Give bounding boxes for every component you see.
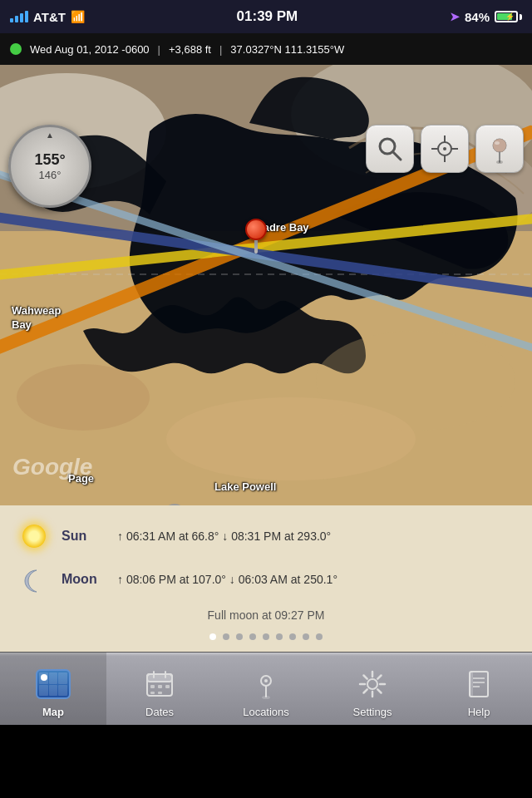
dates-tab-icon	[141, 666, 178, 702]
sun-set-time: 08:31 PM	[231, 530, 281, 543]
compass-magnetic: 146°	[34, 169, 65, 181]
sun-row: Sun ↑ 06:31 AM at 66.8° ↓ 08:31 PM at 29…	[17, 519, 515, 554]
pin-tail	[254, 240, 258, 254]
svg-point-5	[17, 364, 150, 431]
dot-0	[209, 633, 216, 640]
gps-dot	[10, 43, 22, 55]
pin-icon	[485, 134, 515, 164]
sun-rise-arrow: ↑	[117, 530, 123, 543]
compass-north-label: ▲	[46, 131, 54, 140]
svg-rect-28	[150, 692, 155, 694]
map-tab-dot	[41, 674, 47, 681]
separator-2: |	[219, 43, 222, 56]
tab-map[interactable]: Map	[0, 653, 106, 725]
battery-body: ⚡	[495, 11, 518, 22]
map-tab-graphic	[36, 669, 71, 699]
location-arrow-icon: ➤	[450, 10, 460, 23]
status-time: 01:39 PM	[237, 8, 298, 25]
svg-line-10	[393, 152, 401, 160]
crosshair-button[interactable]	[421, 125, 469, 173]
map-cell-5	[49, 685, 58, 697]
locations-tab-icon	[248, 666, 284, 702]
calendar-icon	[144, 668, 175, 700]
svg-point-32	[262, 696, 270, 699]
svg-point-18	[493, 139, 506, 152]
help-tab-label: Help	[468, 706, 490, 718]
tab-bar: Map Dates	[0, 652, 532, 725]
sun-set-arrow: ↓	[222, 530, 228, 543]
search-button[interactable]	[366, 125, 414, 173]
battery-tip	[520, 14, 522, 20]
tab-settings[interactable]: Settings	[319, 653, 426, 725]
google-watermark: Google	[12, 454, 92, 480]
tab-dates[interactable]: Dates	[106, 653, 213, 725]
elevation-label: +3,688 ft	[169, 43, 211, 56]
map-tab-icon	[35, 666, 71, 702]
dates-tab-label: Dates	[145, 706, 174, 718]
tab-help[interactable]: Help	[426, 653, 532, 725]
location-pin[interactable]	[245, 219, 267, 254]
dot-5	[276, 633, 283, 640]
separator-1: |	[158, 43, 160, 56]
svg-line-40	[377, 676, 381, 679]
book-icon	[463, 668, 495, 700]
compass-degrees: 155°	[34, 151, 65, 169]
signal-bar-2	[15, 16, 18, 22]
compass: ▲ 155° 146°	[8, 125, 91, 208]
signal-bar-1	[10, 18, 13, 22]
svg-rect-27	[165, 685, 170, 688]
full-moon-row: Full moon at 09:27 PM	[17, 605, 515, 628]
svg-rect-26	[158, 685, 162, 688]
map-tab-label: Map	[42, 706, 64, 718]
gear-icon	[357, 668, 388, 700]
dot-4	[263, 633, 269, 640]
moon-rise-arrow: ↑	[117, 573, 123, 586]
coordinates-label: 37.0327°N 111.3155°W	[230, 43, 344, 56]
carrier-label: AT&T	[33, 10, 66, 24]
date-label: Wed Aug 01, 2012 -0600	[30, 43, 150, 56]
tab-locations[interactable]: Locations	[213, 653, 319, 725]
compass-circle: ▲ 155° 146°	[8, 125, 91, 208]
svg-line-41	[364, 689, 367, 692]
map-cell-6	[58, 685, 67, 697]
svg-point-12	[443, 147, 446, 150]
sun-rise-time: 06:31 AM	[126, 530, 175, 543]
map-area[interactable]: Padre Bay WahweapBay Lake Powell Page Go…	[0, 65, 532, 505]
wifi-icon: 📶	[71, 10, 85, 23]
sun-icon	[17, 519, 52, 554]
dot-2	[236, 633, 243, 640]
battery-indicator: ⚡	[495, 11, 522, 22]
moon-set-az: 250.1°	[303, 573, 337, 586]
dot-1	[223, 633, 229, 640]
sun-data: ↑ 06:31 AM at 66.8° ↓ 08:31 PM at 293.0°	[117, 530, 515, 543]
svg-rect-22	[147, 674, 172, 682]
toolbar-buttons	[366, 125, 524, 173]
svg-point-33	[367, 679, 377, 689]
dot-3	[249, 633, 256, 640]
sun-rise-az: 66.8°	[192, 530, 219, 543]
map-cell-3	[58, 672, 67, 684]
locations-tab-label: Locations	[243, 706, 289, 718]
moon-icon	[17, 562, 52, 597]
status-right: ➤ 84% ⚡	[450, 10, 522, 24]
map-cell-2	[49, 672, 58, 684]
moon-set-arrow: ↓	[229, 573, 235, 586]
svg-rect-46	[470, 672, 473, 697]
crosshair-icon	[430, 134, 460, 164]
full-moon-label: Full moon at 09:27 PM	[208, 608, 325, 622]
moon-data: ↑ 08:06 PM at 107.0° ↓ 06:03 AM at 250.1…	[117, 573, 515, 586]
dot-8	[316, 633, 323, 640]
signal-bars	[10, 11, 28, 22]
info-bar: Wed Aug 01, 2012 -0600 | +3,688 ft | 37.…	[0, 33, 532, 65]
moon-rise-time: 08:06 PM	[126, 573, 176, 586]
moon-rise-az: 107.0°	[192, 573, 226, 586]
sun-label: Sun	[62, 529, 107, 544]
moon-svg	[18, 564, 50, 595]
svg-line-38	[364, 676, 367, 679]
moon-row: Moon ↑ 08:06 PM at 107.0° ↓ 06:03 AM at …	[17, 562, 515, 597]
sun-circle	[22, 525, 46, 548]
pin-button[interactable]	[475, 125, 524, 173]
svg-rect-25	[150, 685, 155, 688]
sun-set-az: 293.0°	[298, 530, 332, 543]
svg-point-19	[495, 141, 500, 145]
